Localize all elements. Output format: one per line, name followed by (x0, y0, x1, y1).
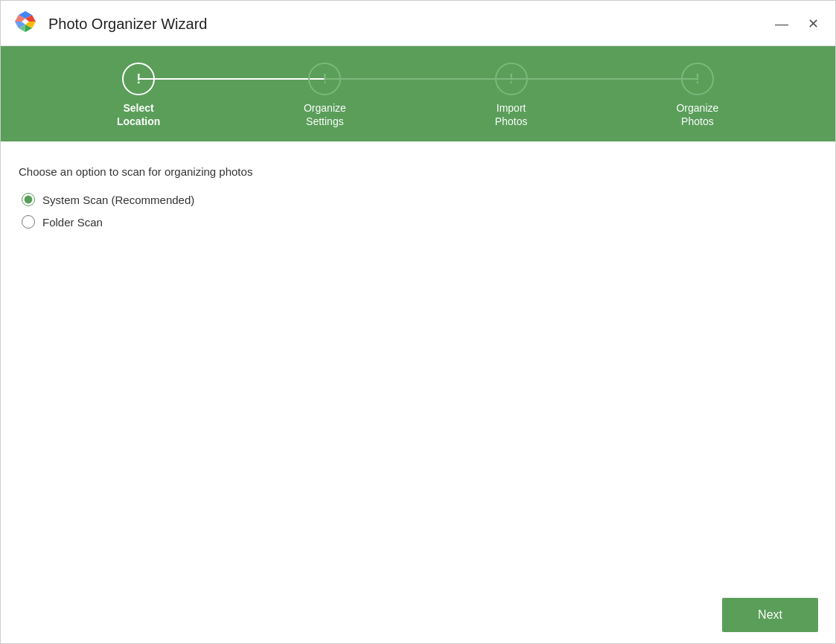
step-import-photos: ! ImportPhotos (418, 63, 604, 128)
wizard-progress: ! SelectLocation ! OrganizeSettings ! Im… (1, 46, 835, 141)
step-organize-photos: ! OrganizePhotos (604, 63, 791, 128)
step-3-circle: ! (495, 63, 528, 95)
folder-scan-radio[interactable] (22, 215, 35, 229)
connector-3 (511, 78, 698, 80)
system-scan-option[interactable]: System Scan (Recommended) (22, 193, 817, 206)
connector-2 (325, 78, 511, 80)
app-title: Photo Organizer Wizard (48, 16, 207, 33)
system-scan-radio[interactable] (22, 193, 35, 206)
scan-options: System Scan (Recommended) Folder Scan (22, 193, 817, 229)
step-2-circle: ! (308, 63, 341, 95)
steps-row: ! SelectLocation ! OrganizeSettings ! Im… (45, 63, 791, 128)
step-organize-settings: ! OrganizeSettings (232, 63, 418, 128)
next-button[interactable]: Next (722, 598, 818, 632)
instruction-text: Choose an option to scan for organizing … (19, 165, 817, 178)
title-left: Photo Organizer Wizard (11, 10, 207, 38)
close-button[interactable]: ✕ (805, 16, 822, 32)
step-4-label: OrganizePhotos (676, 101, 718, 128)
step-1-label: SelectLocation (117, 101, 160, 128)
folder-scan-option[interactable]: Folder Scan (22, 215, 817, 229)
minimize-button[interactable]: — (772, 16, 791, 32)
step-3-label: ImportPhotos (495, 101, 528, 128)
footer: Next (0, 586, 836, 644)
step-4-circle: ! (681, 63, 714, 95)
step-2-label: OrganizeSettings (304, 101, 346, 128)
system-scan-label: System Scan (Recommended) (42, 194, 194, 206)
title-bar: Photo Organizer Wizard — ✕ (1, 1, 835, 46)
connector-1 (138, 78, 325, 80)
folder-scan-label: Folder Scan (42, 216, 103, 229)
step-1-circle: ! (122, 63, 155, 95)
app-logo-icon (11, 10, 39, 38)
window-controls: — ✕ (772, 16, 822, 32)
content-area: Choose an option to scan for organizing … (1, 141, 835, 243)
step-select-location: ! SelectLocation (45, 63, 232, 128)
